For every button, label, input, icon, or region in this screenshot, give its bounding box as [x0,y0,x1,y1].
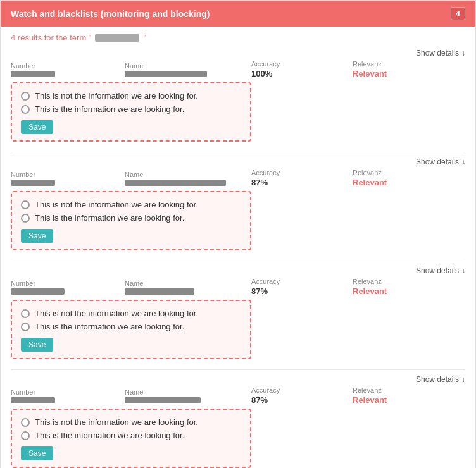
col-accuracy-label-4: Accuracy [251,386,353,394]
col-number-label-4: Number [11,388,125,396]
name-bar-3 [125,288,194,295]
col-accuracy-label-3: Accuracy [251,278,353,285]
radio-circle-4b[interactable] [21,431,30,440]
radio-option-1b[interactable]: This is the information we are looking f… [21,104,241,114]
col-accuracy-4: Accuracy 87% [251,386,353,405]
name-bar-4 [125,397,201,403]
radio-label-1a: This is not the information we are looki… [35,91,198,101]
show-details-arrow-3: ↓ [461,266,465,275]
radio-circle-3b[interactable] [21,323,30,331]
radio-label-2a: This is not the information we are looki… [35,200,198,209]
divider-1 [11,152,465,152]
relevanz-value-3: Relevant [353,286,441,296]
radio-circle-4a[interactable] [21,418,30,427]
col-name-label-2: Name [125,171,251,178]
radio-label-3b: This is the information we are looking f… [35,322,184,331]
radio-label-4b: This is the information we are looking f… [35,431,184,440]
radio-label-1b: This is the information we are looking f… [35,104,184,114]
show-details-arrow-2: ↓ [461,157,465,166]
panel-header: Watch and blacklists (monitoring and blo… [1,1,475,27]
save-button-3[interactable]: Save [21,338,53,352]
col-number-3: Number [11,280,125,295]
show-details-link-4[interactable]: Show details [416,375,459,384]
number-bar-3 [11,288,65,295]
radio-label-3a: This is not the information we are looki… [35,309,198,318]
col-accuracy-1: Accuracy 100% [251,60,353,78]
name-bar-2 [125,180,226,186]
col-number-label-3: Number [11,280,125,287]
show-details-link-1[interactable]: Show details [416,49,459,58]
col-accuracy-2: Accuracy 87% [251,169,353,187]
save-button-1[interactable]: Save [21,120,53,134]
col-accuracy-3: Accuracy 87% [251,278,353,296]
panel-title: Watch and blacklists (monitoring and blo… [11,9,210,19]
show-details-arrow-1: ↓ [461,49,465,58]
col-number-4: Number [11,388,125,403]
col-relevanz-label: Relevanz [353,60,441,68]
result-block-1: Show details ↓ Number Name Accuracy 100%… [11,49,465,142]
col-relevanz-1: Relevanz Relevant [353,60,441,78]
radio-label-2b: This is the information we are looking f… [35,213,184,223]
number-bar-1 [11,71,55,77]
save-button-2[interactable]: Save [21,229,53,243]
accuracy-value-3: 87% [251,286,353,296]
save-button-4[interactable]: Save [21,446,53,460]
show-details-link-3[interactable]: Show details [416,266,459,275]
col-name-4: Name [125,388,251,403]
radio-option-4a[interactable]: This is not the information we are looki… [21,417,241,427]
radio-circle-2b[interactable] [21,214,30,223]
panel-badge: 4 [451,7,465,20]
col-name-label-4: Name [125,388,251,396]
show-details-row-2: Show details ↓ [11,157,465,166]
number-bar-4 [11,397,55,403]
number-bar-2 [11,180,55,186]
radio-option-3b[interactable]: This is the information we are looking f… [21,322,241,331]
radio-circle-2a[interactable] [21,200,30,209]
col-relevanz-4: Relevanz Relevant [353,386,441,405]
col-relevanz-2: Relevanz Relevant [353,169,441,187]
col-relevanz-label-2: Relevanz [353,169,441,176]
col-name-label: Name [125,62,251,70]
result-block-4: Show details ↓ Number Name Accuracy 87% … [11,375,465,468]
columns-row-3: Number Name Accuracy 87% Relevanz Releva… [11,278,465,296]
results-count: 4 results for the term " " [11,33,465,42]
col-relevanz-label-4: Relevanz [353,386,441,394]
radio-option-3a[interactable]: This is not the information we are looki… [21,309,241,318]
feedback-box-2: This is not the information we are looki… [11,191,251,250]
divider-3 [11,369,465,370]
col-number-2: Number [11,171,125,186]
relevanz-value-2: Relevant [353,178,441,187]
results-count-text: 4 results for the term " [11,33,91,42]
radio-circle-3a[interactable] [21,309,30,318]
radio-option-2a[interactable]: This is not the information we are looki… [21,200,241,209]
col-name-2: Name [125,171,251,186]
feedback-box-1: This is not the information we are looki… [11,82,251,142]
radio-option-1a[interactable]: This is not the information we are looki… [21,91,241,101]
accuracy-value-2: 87% [251,178,353,187]
results-count-close-quote: " [143,33,146,42]
radio-circle-1a[interactable] [21,92,30,101]
col-accuracy-label-2: Accuracy [251,169,353,176]
columns-row-4: Number Name Accuracy 87% Relevanz Releva… [11,386,465,405]
radio-option-2b[interactable]: This is the information we are looking f… [21,213,241,223]
feedback-box-4: This is not the information we are looki… [11,409,251,468]
show-details-row-4: Show details ↓ [11,375,465,384]
col-number-1: Number [11,62,125,77]
radio-circle-1b[interactable] [21,105,30,114]
col-number-label-2: Number [11,171,125,178]
col-accuracy-label: Accuracy [251,60,353,68]
col-name-label-3: Name [125,280,251,287]
columns-row-2: Number Name Accuracy 87% Relevanz Releva… [11,169,465,187]
page-wrapper: Watch and blacklists (monitoring and blo… [0,0,476,468]
relevanz-value-1: Relevant [353,69,441,78]
radio-option-4b[interactable]: This is the information we are looking f… [21,431,241,440]
search-term-redacted [95,34,139,42]
divider-2 [11,261,465,261]
name-bar-1 [125,71,207,77]
columns-row-1: Number Name Accuracy 100% Relevanz Relev… [11,60,465,78]
show-details-link-2[interactable]: Show details [416,157,459,166]
col-name-3: Name [125,280,251,295]
relevanz-value-4: Relevant [353,395,441,405]
panel-body: 4 results for the term " " Show details … [1,27,475,468]
feedback-box-3: This is not the information we are looki… [11,300,251,359]
